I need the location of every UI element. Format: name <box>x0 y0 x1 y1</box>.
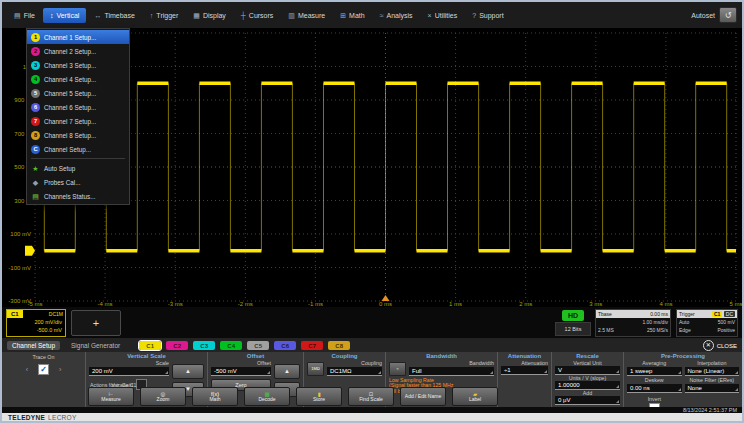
hd-mode-box[interactable]: HD 12 Bits <box>556 310 590 336</box>
dropdown-item-label: Channel 8 Setup... <box>44 132 96 139</box>
dropdown-item-label: Channel 6 Setup... <box>44 104 96 111</box>
channel-chips: C1C2C3C4C5C6C7C8 <box>139 341 350 350</box>
tab-channel-setup[interactable]: Channel Setup <box>7 341 60 350</box>
hd-bits: 12 Bits <box>555 322 591 336</box>
channel-chip-c4[interactable]: C4 <box>220 341 242 350</box>
channel-chip-c5[interactable]: C5 <box>247 341 269 350</box>
scale-up-button[interactable]: ▲ <box>172 364 204 379</box>
averaging-field[interactable]: 1 sweep <box>627 367 682 376</box>
channel-chip-c2[interactable]: C2 <box>166 341 188 350</box>
action-button-math[interactable]: f(x)Math <box>192 387 238 406</box>
add-field[interactable]: 0 μV <box>555 396 620 405</box>
autoset-button[interactable]: ↺ <box>719 7 737 23</box>
close-label: CLOSE <box>717 343 737 349</box>
c1-trace-descriptor[interactable]: C1 DC1M 200 mV/div -500.0 mV <box>6 309 66 337</box>
menu-item-label: Support <box>479 12 504 19</box>
offset-field[interactable]: -500 mV <box>211 367 271 376</box>
dropdown-item-auto-setup[interactable]: ★Auto Setup <box>27 161 129 175</box>
preprocessing-header: Pre-Processing <box>627 353 739 360</box>
offset-up-button[interactable]: ▲ <box>274 364 300 379</box>
y-axis-label: 100 mV <box>2 231 31 237</box>
menu-item-measure[interactable]: ▥Measure <box>281 8 332 23</box>
menu-item-cursors[interactable]: ┼Cursors <box>234 8 280 23</box>
averaging-label: Averaging <box>627 360 682 366</box>
noise-filter-label: Noise Filter (ERes) <box>685 377 740 383</box>
timebase-samples: 2.5 MS <box>598 326 614 334</box>
menu-item-analysis[interactable]: ≈Analysis <box>373 8 420 23</box>
dropdown-item-channel-8-setup[interactable]: 8Channel 8 Setup... <box>27 128 129 142</box>
trace-on-checkbox[interactable]: ✓ <box>38 364 49 375</box>
menu-item-utilities[interactable]: ×Utilities <box>421 8 465 23</box>
prev-trace-arrow[interactable]: ‹ <box>26 366 28 373</box>
dropdown-item-label: Channel 4 Setup... <box>44 76 96 83</box>
menu-item-label: Measure <box>298 12 325 19</box>
channel-chip-c3[interactable]: C3 <box>193 341 215 350</box>
dropdown-item-probes-cal[interactable]: ◆Probes Cal... <box>27 175 129 189</box>
action-button-zoom[interactable]: ◎Zoom <box>140 387 186 406</box>
action-button-decode[interactable]: ▦Decode <box>244 387 290 406</box>
action-button-store[interactable]: ▮Store <box>296 387 342 406</box>
dropdown-item-label: Auto Setup <box>44 165 75 172</box>
c1-position-marker[interactable] <box>25 246 35 256</box>
menu-item-timebase[interactable]: ↔Timebase <box>87 8 141 23</box>
dropdown-item-channel-setup[interactable]: CChannel Setup... <box>27 142 129 156</box>
trigger-descriptor[interactable]: Trigger C1 DC Auto 500 mV Edge Positive <box>676 309 738 337</box>
dropdown-item-channel-7-setup[interactable]: 7Channel 7 Setup... <box>27 114 129 128</box>
action-button-label: Store <box>313 397 325 402</box>
menu-item-support[interactable]: ?Support <box>465 8 510 23</box>
bandwidth-field[interactable]: Full <box>409 367 494 376</box>
menu-item-trigger[interactable]: ↑Trigger <box>143 8 185 23</box>
c1-scale: 200 mV/div <box>7 318 65 326</box>
trigger-level: 500 mV <box>718 318 735 326</box>
channel-3-icon: 3 <box>31 61 40 70</box>
timebase-label: Tbase <box>598 310 612 318</box>
noise-filter-field[interactable]: None <box>685 384 740 393</box>
status-bar: TELEDYNE LECROY <box>2 413 742 421</box>
attenuation-header: Attenuation <box>501 353 548 360</box>
menu-item-math[interactable]: ⊞Math <box>333 8 371 23</box>
add-trace-button[interactable]: + <box>71 310 121 336</box>
vertical-icon: ↕ <box>50 12 54 19</box>
channel-chip-c8[interactable]: C8 <box>328 341 350 350</box>
vertical-unit-field[interactable]: V <box>555 366 620 375</box>
next-trace-arrow[interactable]: › <box>59 366 61 373</box>
attenuation-field[interactable]: ÷1 <box>501 366 548 375</box>
c1-waveform-edges <box>44 83 726 251</box>
dropdown-item-channel-3-setup[interactable]: 3Channel 3 Setup... <box>27 58 129 72</box>
deskew-field[interactable]: 0.00 ns <box>627 384 682 393</box>
tab-signal-generator[interactable]: Signal Generator <box>66 341 125 350</box>
menu-item-label: File <box>24 12 35 19</box>
action-button-label[interactable]: ▰Label <box>452 387 498 406</box>
coupling-field[interactable]: DC1MΩ <box>327 367 382 376</box>
menu-item-display[interactable]: ▦Display <box>186 8 233 23</box>
dropdown-item-channels-status[interactable]: ▤Channels Status... <box>27 189 129 203</box>
trigger-source: C1 <box>712 311 722 317</box>
units-per-v-field[interactable]: 1.00000 <box>555 381 620 390</box>
menu-item-file[interactable]: ▤File <box>7 8 42 23</box>
menu-item-vertical[interactable]: ↕Vertical <box>43 8 86 23</box>
channel-chip-c7[interactable]: C7 <box>301 341 323 350</box>
channels-status-icon: ▤ <box>31 192 40 201</box>
action-button-add-edit-name[interactable]: Add / Edit Name <box>400 387 446 406</box>
interpolation-field[interactable]: None (Linear) <box>685 367 740 376</box>
dialog-close-button[interactable]: ✕ CLOSE <box>703 340 737 351</box>
dropdown-item-channel-6-setup[interactable]: 6Channel 6 Setup... <box>27 100 129 114</box>
dropdown-item-channel-5-setup[interactable]: 5Channel 5 Setup... <box>27 86 129 100</box>
timebase-descriptor[interactable]: Tbase 0.00 ms 1.00 ms/div 2.5 MS 250 MS/… <box>595 309 671 337</box>
dropdown-item-label: Channel 1 Setup... <box>44 34 96 41</box>
channel-chip-c6[interactable]: C6 <box>274 341 296 350</box>
autoset-label[interactable]: Autoset <box>691 12 715 19</box>
coupling-impedance-icon: 1MΩ <box>307 362 324 376</box>
dropdown-item-channel-2-setup[interactable]: 2Channel 2 Setup... <box>27 44 129 58</box>
timebase-rate: 250 MS/s <box>647 326 668 334</box>
y-axis-label: -100 mV <box>2 265 31 271</box>
action-button-measure[interactable]: ⊢Measure <box>88 387 134 406</box>
section-attenuation: Attenuation Attenuation ÷1 <box>498 352 552 408</box>
section-rescale: Rescale Vertical Unit V Units / V (slope… <box>552 352 624 408</box>
dropdown-item-channel-1-setup[interactable]: 1Channel 1 Setup... <box>27 30 129 44</box>
dropdown-item-channel-4-setup[interactable]: 4Channel 4 Setup... <box>27 72 129 86</box>
probes-cal-icon: ◆ <box>31 178 40 187</box>
action-button-find-scale[interactable]: ⊡Find Scale <box>348 387 394 406</box>
channel-chip-c1[interactable]: C1 <box>139 341 161 350</box>
scale-field[interactable]: 200 mV <box>89 367 169 376</box>
